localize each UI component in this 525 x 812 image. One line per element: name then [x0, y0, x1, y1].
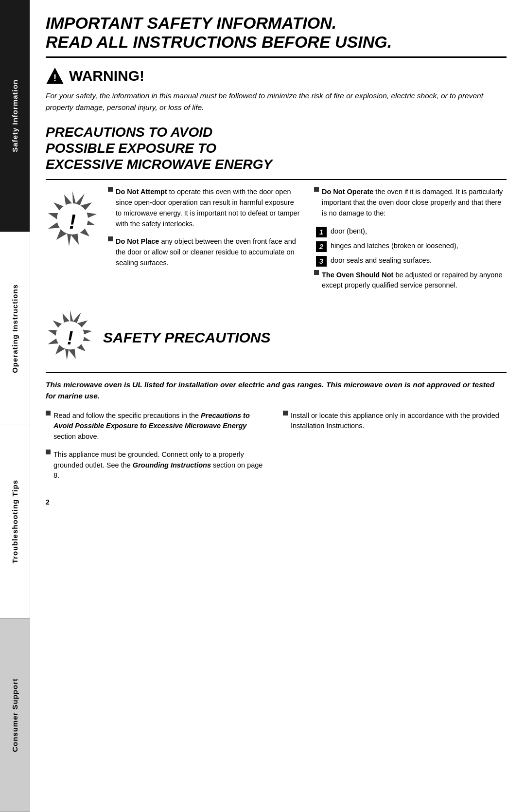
precautions-section: PRECAUTIONS TO AVOID POSSIBLE EXPOSURE T… — [46, 124, 507, 298]
precaution-text-4: The Oven Should Not be adjusted or repai… — [322, 270, 507, 291]
precaution-text-3: Do Not Operate the oven if it is damaged… — [322, 187, 507, 218]
safety-intro: This microwave oven is UL listed for ins… — [46, 379, 507, 402]
safety-right-col: Install or locate this appliance only in… — [283, 411, 507, 489]
main-content: IMPORTANT SAFETY INFORMATION. READ ALL I… — [30, 0, 525, 812]
page-number: 2 — [46, 498, 507, 506]
safety-bullet-1 — [46, 411, 51, 415]
precaution-do-not-operate: Do Not Operate the oven if it is damaged… — [314, 187, 507, 218]
bullet-icon-2 — [108, 236, 113, 241]
safety-title: SAFETY PRECAUTIONS — [103, 329, 271, 346]
precaution-oven-should-not: The Oven Should Not be adjusted or repai… — [314, 270, 507, 291]
safety-header-row: ! SAFETY PRECAUTIONS — [46, 308, 507, 367]
precautions-right-col: Do Not Operate the oven if it is damaged… — [314, 187, 507, 298]
precaution-text-1: Do Not Attempt to operate this oven with… — [116, 187, 300, 229]
precautions-exclamation-icon: ! — [46, 189, 99, 254]
numbered-item-2: 2 hinges and latches (broken or loosened… — [316, 241, 507, 252]
precautions-header: PRECAUTIONS TO AVOID POSSIBLE EXPOSURE T… — [46, 124, 507, 172]
warning-triangle-icon: ! — [46, 67, 64, 85]
safety-text-1: Read and follow the specific precautions… — [53, 411, 269, 442]
numbered-item-1: 1 door (bent), — [316, 226, 507, 237]
page-header: IMPORTANT SAFETY INFORMATION. READ ALL I… — [46, 14, 507, 58]
warning-title: ! WARNING! — [46, 67, 507, 85]
num-text-3: door seals and sealing surfaces. — [331, 255, 432, 266]
safety-text-3: Install or locate this appliance only in… — [291, 411, 507, 432]
num-badge-2: 2 — [316, 241, 327, 252]
precautions-columns: Do Not Attempt to operate this oven with… — [108, 187, 507, 298]
sidebar-section-operating: Operating Instructions — [0, 232, 30, 425]
numbered-list: 1 door (bent), 2 hinges and latches (bro… — [316, 226, 507, 267]
bullet-icon-1 — [108, 187, 113, 192]
num-badge-1: 1 — [316, 227, 327, 237]
header-title: IMPORTANT SAFETY INFORMATION. READ ALL I… — [46, 14, 507, 52]
warning-body: For your safety, the information in this… — [46, 90, 507, 113]
sidebar-label-operating: Operating Instructions — [11, 284, 19, 373]
svg-text:!: ! — [53, 72, 57, 83]
bullet-icon-4 — [314, 270, 319, 275]
num-text-1: door (bent), — [331, 226, 367, 237]
precautions-left-col: Do Not Attempt to operate this oven with… — [108, 187, 300, 298]
safety-text-2: This appliance must be grounded. Connect… — [53, 450, 269, 481]
sidebar-section-safety: Safety Information — [0, 0, 30, 232]
sidebar-section-troubleshooting: Troubleshooting Tips — [0, 425, 30, 618]
precaution-item-2: Do Not Place any object between the oven… — [108, 236, 300, 268]
precautions-title: PRECAUTIONS TO AVOID POSSIBLE EXPOSURE T… — [46, 124, 507, 172]
svg-text:!: ! — [69, 210, 76, 233]
sidebar: Safety Information Operating Instruction… — [0, 0, 30, 812]
precautions-body: ! Do Not Attempt to operate this oven wi… — [46, 179, 507, 298]
safety-item-2: This appliance must be grounded. Connect… — [46, 450, 269, 481]
sidebar-section-consumer: Consumer Support — [0, 619, 30, 812]
precaution-item-1: Do Not Attempt to operate this oven with… — [108, 187, 300, 229]
sidebar-label-safety: Safety Information — [11, 79, 19, 152]
numbered-item-3: 3 door seals and sealing surfaces. — [316, 255, 507, 267]
warning-section: ! WARNING! For your safety, the informat… — [46, 67, 507, 113]
safety-item-1: Read and follow the specific precautions… — [46, 411, 269, 442]
safety-bullet-3 — [283, 411, 288, 415]
svg-text:!: ! — [67, 327, 73, 348]
safety-precautions-section: ! SAFETY PRECAUTIONS This microwave oven… — [46, 308, 507, 506]
safety-exclamation-icon: ! — [46, 308, 94, 367]
safety-divider — [46, 372, 507, 373]
bullet-icon-3 — [314, 187, 319, 192]
sidebar-label-consumer: Consumer Support — [11, 678, 19, 752]
num-badge-3: 3 — [316, 256, 327, 267]
num-text-2: hinges and latches (broken or loosened), — [331, 241, 458, 252]
precaution-text-2: Do Not Place any object between the oven… — [116, 236, 300, 268]
sidebar-label-troubleshooting: Troubleshooting Tips — [11, 480, 19, 563]
safety-columns: Read and follow the specific precautions… — [46, 411, 507, 489]
safety-bullet-2 — [46, 450, 51, 454]
safety-left-col: Read and follow the specific precautions… — [46, 411, 269, 489]
safety-item-3: Install or locate this appliance only in… — [283, 411, 507, 432]
